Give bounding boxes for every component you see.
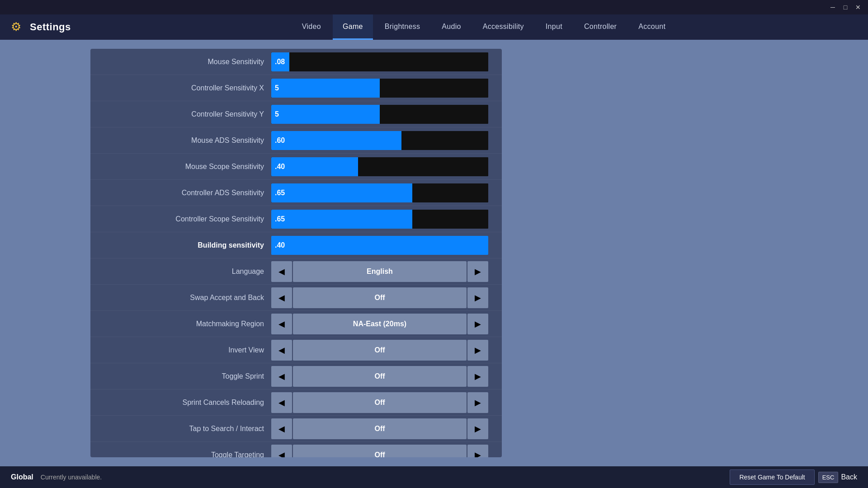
slider-controller-sensitivity-x[interactable]: 5 [271,79,488,98]
slider-fill-controller-scope: .65 [271,210,412,229]
minimize-button[interactable]: ─ [826,1,839,14]
control-matchmaking-region: ◀ NA-East (20ms) ▶ [271,314,502,334]
app-title: Settings [30,21,71,33]
toggle-sprint-prev-button[interactable]: ◀ [271,366,292,387]
back-button[interactable]: ESC Back [818,472,857,483]
nav-account[interactable]: Account [628,14,675,40]
label-mouse-scope-sensitivity: Mouse Scope Sensitivity [90,163,271,171]
tap-to-search-prev-button[interactable]: ◀ [271,418,292,439]
toggle-sprint-value: Off [293,366,467,387]
matchmaking-region-prev-button[interactable]: ◀ [271,314,292,334]
footer-global-label: Global [11,473,33,481]
setting-row-mouse-scope-sensitivity: Mouse Scope Sensitivity .40 [90,154,502,180]
swap-accept-back-prev-button[interactable]: ◀ [271,287,292,308]
language-value: English [293,261,467,282]
control-controller-ads-sensitivity[interactable]: .65 [271,183,502,202]
slider-mouse-sensitivity[interactable]: .08 [271,52,488,71]
control-mouse-sensitivity[interactable]: .08 [271,52,502,71]
nav-audio[interactable]: Audio [432,14,471,40]
nav-controller[interactable]: Controller [574,14,627,40]
swap-accept-back-next-button[interactable]: ▶ [467,287,488,308]
selector-toggle-sprint: ◀ Off ▶ [271,366,488,387]
sprint-cancels-reloading-value: Off [293,392,467,413]
control-sprint-cancels-reloading: ◀ Off ▶ [271,392,502,413]
slider-empty-mouse-ads [401,131,488,150]
nav-video[interactable]: Video [292,14,331,40]
label-language: Language [90,267,271,276]
setting-row-toggle-targeting: Toggle Targeting ◀ Off ▶ [90,442,502,457]
nav-brightness[interactable]: Brightness [375,14,430,40]
slider-mouse-scope-sensitivity[interactable]: .40 [271,157,488,176]
slider-empty-controller-y [380,105,488,124]
reset-game-button[interactable]: Reset Game To Default [730,469,814,485]
label-sprint-cancels-reloading: Sprint Cancels Reloading [90,399,271,407]
footer-status: Currently unavailable. [41,474,102,481]
slider-empty-mouse-scope [358,157,488,176]
maximize-button[interactable]: □ [839,1,852,14]
sprint-cancels-reloading-next-button[interactable]: ▶ [467,392,488,413]
sprint-cancels-reloading-prev-button[interactable]: ◀ [271,392,292,413]
titlebar: ─ □ ✕ [0,0,868,14]
matchmaking-region-next-button[interactable]: ▶ [467,314,488,334]
language-prev-button[interactable]: ◀ [271,261,292,282]
label-controller-scope-sensitivity: Controller Scope Sensitivity [90,215,271,223]
app-logo: ⚙ Settings [0,20,99,34]
selector-language: ◀ English ▶ [271,261,488,282]
control-controller-scope-sensitivity[interactable]: .65 [271,210,502,229]
nav-accessibility[interactable]: Accessibility [473,14,534,40]
control-building-sensitivity[interactable]: .40 [271,236,502,255]
setting-row-sprint-cancels-reloading: Sprint Cancels Reloading ◀ Off ▶ [90,389,502,416]
invert-view-prev-button[interactable]: ◀ [271,340,292,361]
nav-input[interactable]: Input [536,14,572,40]
slider-fill-mouse-ads: .60 [271,131,401,150]
setting-row-controller-sensitivity-x: Controller Sensitivity X 5 [90,75,502,101]
slider-empty-controller-ads [412,183,488,202]
control-tap-to-search: ◀ Off ▶ [271,418,502,439]
label-tap-to-search: Tap to Search / Interact [90,425,271,433]
selector-invert-view: ◀ Off ▶ [271,340,488,361]
slider-empty-controller-x [380,79,488,98]
gear-icon: ⚙ [11,20,25,34]
label-mouse-ads-sensitivity: Mouse ADS Sensitivity [90,136,271,145]
close-button[interactable]: ✕ [852,1,864,14]
control-mouse-scope-sensitivity[interactable]: .40 [271,157,502,176]
setting-row-swap-accept-back: Swap Accept and Back ◀ Off ▶ [90,285,502,311]
invert-view-next-button[interactable]: ▶ [467,340,488,361]
nav-game[interactable]: Game [333,14,373,40]
selector-sprint-cancels-reloading: ◀ Off ▶ [271,392,488,413]
slider-fill-controller-y: 5 [271,105,380,124]
setting-row-mouse-sensitivity: Mouse Sensitivity .08 [90,49,502,75]
slider-fill-building: .40 [271,236,488,255]
selector-swap-accept-back: ◀ Off ▶ [271,287,488,308]
slider-empty-controller-scope [412,210,488,229]
settings-panel[interactable]: Mouse Sensitivity .08 Controller Sensiti… [90,49,502,457]
toggle-targeting-next-button[interactable]: ▶ [467,445,488,457]
control-controller-sensitivity-y[interactable]: 5 [271,105,502,124]
toggle-targeting-prev-button[interactable]: ◀ [271,445,292,457]
slider-controller-ads-sensitivity[interactable]: .65 [271,183,488,202]
language-next-button[interactable]: ▶ [467,261,488,282]
slider-mouse-ads-sensitivity[interactable]: .60 [271,131,488,150]
selector-toggle-targeting: ◀ Off ▶ [271,445,488,457]
tap-to-search-next-button[interactable]: ▶ [467,418,488,439]
main-content: Mouse Sensitivity .08 Controller Sensiti… [0,40,868,466]
back-label: Back [841,473,857,481]
slider-controller-scope-sensitivity[interactable]: .65 [271,210,488,229]
control-mouse-ads-sensitivity[interactable]: .60 [271,131,502,150]
slider-controller-sensitivity-y[interactable]: 5 [271,105,488,124]
control-swap-accept-back: ◀ Off ▶ [271,287,502,308]
matchmaking-region-value: NA-East (20ms) [293,314,467,334]
setting-row-controller-scope-sensitivity: Controller Scope Sensitivity .65 [90,206,502,232]
control-language: ◀ English ▶ [271,261,502,282]
control-controller-sensitivity-x[interactable]: 5 [271,79,502,98]
header: ⚙ Settings Video Game Brightness Audio A… [0,14,868,40]
setting-row-controller-sensitivity-y: Controller Sensitivity Y 5 [90,101,502,127]
toggle-sprint-next-button[interactable]: ▶ [467,366,488,387]
setting-row-controller-ads-sensitivity: Controller ADS Sensitivity .65 [90,180,502,206]
slider-building-sensitivity[interactable]: .40 [271,236,488,255]
setting-row-tap-to-search: Tap to Search / Interact ◀ Off ▶ [90,416,502,442]
label-swap-accept-back: Swap Accept and Back [90,294,271,302]
control-invert-view: ◀ Off ▶ [271,340,502,361]
label-controller-sensitivity-x: Controller Sensitivity X [90,84,271,92]
label-invert-view: Invert View [90,346,271,354]
